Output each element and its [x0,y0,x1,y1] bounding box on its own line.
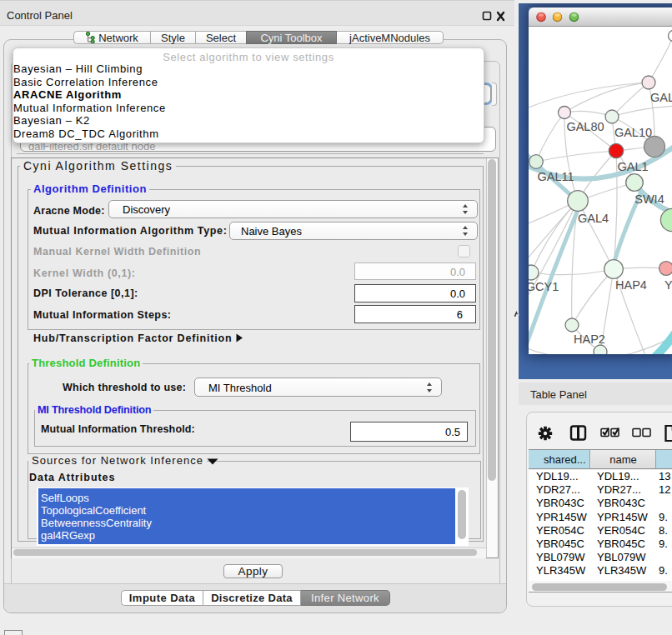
svg-text:SWI4: SWI4 [634,192,664,206]
svg-text:GCY1: GCY1 [529,280,559,293]
svg-text:HAP2: HAP2 [574,332,605,346]
svg-text:GAL10: GAL10 [614,126,652,139]
svg-text:GAL1: GAL1 [617,160,648,173]
svg-text:GAL11: GAL11 [537,170,574,183]
svg-text:GAL80: GAL80 [566,120,604,133]
svg-text:YMR: YMR [664,278,672,292]
svg-text:HAP4: HAP4 [615,278,647,292]
svg-text:GAL7: GAL7 [650,91,672,104]
svg-text:GAL4: GAL4 [578,212,609,225]
